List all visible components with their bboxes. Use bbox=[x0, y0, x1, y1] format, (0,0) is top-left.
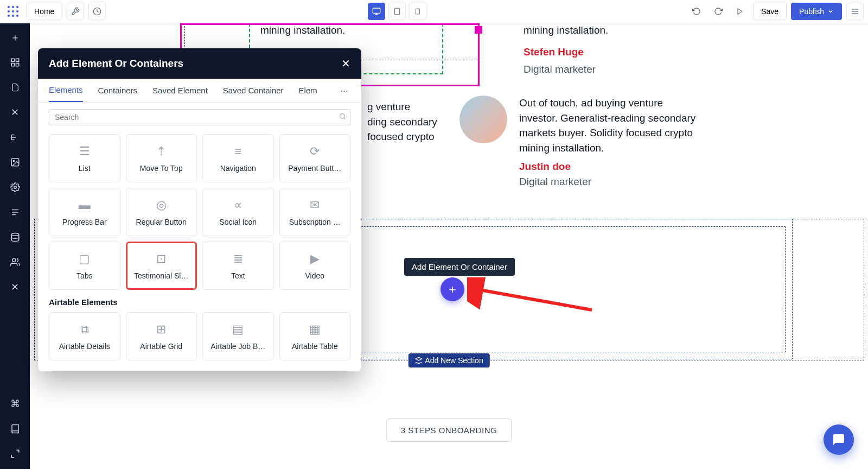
publish-button[interactable]: Publish bbox=[791, 3, 842, 20]
tab-containers[interactable]: Containers bbox=[98, 86, 138, 102]
testimonial-1-fragment: mining installation. bbox=[260, 24, 345, 36]
gear-icon[interactable] bbox=[8, 180, 23, 195]
home-button[interactable]: Home bbox=[26, 3, 62, 20]
element-label: Navigation bbox=[220, 164, 256, 173]
svg-marker-15 bbox=[738, 9, 742, 15]
svg-rect-14 bbox=[416, 9, 419, 14]
tree-icon[interactable] bbox=[8, 130, 23, 145]
element-airtable-grid[interactable]: ⊞Airtable Grid bbox=[126, 312, 197, 360]
image-icon[interactable] bbox=[8, 155, 23, 170]
svg-point-8 bbox=[16, 15, 18, 17]
modal-body: ☰List ⇡Move To Top ≡Navigation ⟳Payment … bbox=[38, 132, 361, 371]
frag-line: g venture bbox=[367, 99, 437, 115]
svg-point-29 bbox=[14, 186, 16, 189]
element-video[interactable]: ▶Video bbox=[279, 242, 351, 290]
chat-bubble[interactable] bbox=[824, 424, 854, 455]
play-icon[interactable] bbox=[731, 3, 749, 20]
layers-icon bbox=[414, 357, 422, 364]
testimonial-2-name: Stefen Huge bbox=[524, 46, 584, 58]
element-airtable-table[interactable]: ▦Airtable Table bbox=[279, 312, 351, 360]
element-label: Social Icon bbox=[220, 218, 257, 226]
testimonial-4: Out of touch, ad buying venture investor… bbox=[459, 96, 698, 188]
top-toolbar: Home Save Publish bbox=[0, 0, 868, 23]
wrench-icon[interactable] bbox=[67, 3, 84, 20]
save-button[interactable]: Save bbox=[753, 3, 787, 20]
frag-line: focused crypto bbox=[367, 129, 437, 144]
database-icon[interactable] bbox=[8, 230, 23, 245]
menu-icon[interactable] bbox=[846, 3, 864, 20]
element-label: Subscription … bbox=[289, 218, 341, 226]
users-icon[interactable] bbox=[8, 255, 23, 270]
history-icon[interactable] bbox=[88, 3, 106, 20]
element-social-icon[interactable]: ∝Social Icon bbox=[202, 188, 274, 236]
section-heading-airtable: Airtable Elements bbox=[49, 297, 350, 307]
frag-line: ding secondary bbox=[367, 115, 437, 130]
svg-rect-21 bbox=[11, 64, 14, 66]
element-label: Airtable Grid bbox=[140, 342, 182, 351]
tablet-device[interactable] bbox=[388, 3, 406, 20]
page-icon[interactable] bbox=[8, 80, 23, 95]
add-element-modal: Add Element Or Containers ✕ Elements Con… bbox=[38, 48, 361, 371]
publish-label: Publish bbox=[799, 7, 824, 16]
element-airtable-job-board[interactable]: ▤Airtable Job B… bbox=[202, 312, 274, 360]
element-payment-button[interactable]: ⟳Payment Butt… bbox=[279, 134, 351, 182]
tab-saved-element[interactable]: Saved Element bbox=[152, 86, 208, 102]
element-list[interactable]: ☰List bbox=[49, 134, 120, 182]
blog-icon[interactable] bbox=[8, 205, 23, 220]
svg-rect-13 bbox=[394, 8, 399, 15]
dashboard-icon[interactable] bbox=[8, 55, 23, 70]
svg-point-31 bbox=[12, 258, 15, 262]
svg-marker-34 bbox=[415, 357, 422, 360]
app-logo[interactable] bbox=[4, 3, 22, 20]
more-tabs-icon[interactable]: ⋯ bbox=[340, 86, 350, 102]
tab-elements[interactable]: Elements bbox=[49, 85, 83, 102]
element-move-to-top[interactable]: ⇡Move To Top bbox=[126, 134, 197, 182]
testimonial-4-body: Out of touch, ad buying venture investor… bbox=[519, 96, 698, 155]
element-airtable-details[interactable]: ⧉Airtable Details bbox=[49, 312, 120, 360]
book-icon[interactable] bbox=[8, 421, 23, 436]
testimonial-3-partial: g venture ding secondary focused crypto bbox=[367, 99, 437, 144]
desktop-device[interactable] bbox=[368, 3, 385, 20]
element-label: Airtable Job B… bbox=[210, 342, 265, 351]
svg-point-0 bbox=[8, 6, 10, 8]
tools-icon[interactable]: ✕ bbox=[8, 280, 23, 295]
modal-header: Add Element Or Containers ✕ bbox=[38, 48, 361, 79]
tab-overflow[interactable]: Elem bbox=[299, 86, 317, 102]
search-input[interactable] bbox=[49, 109, 350, 125]
undo-icon[interactable] bbox=[688, 3, 705, 20]
element-label: Payment Butt… bbox=[288, 164, 341, 173]
modal-tabs: Elements Containers Saved Element Saved … bbox=[38, 79, 361, 103]
element-regular-button[interactable]: ◎Regular Button bbox=[126, 188, 197, 236]
svg-rect-20 bbox=[16, 59, 18, 61]
element-tabs[interactable]: ▢Tabs bbox=[49, 242, 120, 290]
mobile-device[interactable] bbox=[409, 3, 426, 20]
svg-point-28 bbox=[13, 160, 14, 161]
element-label: Video bbox=[305, 271, 324, 280]
onboarding-label: 3 STEPS ONBOARDING bbox=[386, 419, 512, 442]
selection-handle[interactable] bbox=[475, 26, 482, 34]
redo-icon[interactable] bbox=[710, 3, 727, 20]
testimonial-2-role: Digital marketer bbox=[524, 64, 596, 75]
add-element-button[interactable]: ＋ bbox=[441, 277, 464, 301]
element-testimonial-slider[interactable]: ⊡Testimonial Sl… bbox=[126, 242, 197, 290]
avatar bbox=[459, 96, 507, 143]
add-new-section-button[interactable]: Add New Section bbox=[408, 353, 489, 367]
svg-point-1 bbox=[12, 6, 14, 8]
chat-icon bbox=[832, 433, 845, 446]
keyboard-icon[interactable]: ⌘ bbox=[8, 396, 23, 411]
element-subscription[interactable]: ✉Subscription … bbox=[279, 188, 351, 236]
add-icon[interactable]: ＋ bbox=[8, 30, 23, 45]
close-icon[interactable]: ✕ bbox=[341, 57, 350, 70]
element-progress-bar[interactable]: ▬Progress Bar bbox=[49, 188, 120, 236]
tab-saved-container[interactable]: Saved Container bbox=[223, 86, 284, 102]
svg-rect-19 bbox=[11, 59, 14, 61]
element-navigation[interactable]: ≡Navigation bbox=[202, 134, 274, 182]
element-label: Move To Top bbox=[140, 164, 183, 173]
minimize-icon[interactable] bbox=[8, 446, 23, 461]
device-preview-group bbox=[368, 3, 426, 20]
crossed-tools-icon[interactable]: ✕ bbox=[8, 105, 23, 120]
add-section-label: Add New Section bbox=[425, 356, 483, 365]
element-label: Regular Button bbox=[136, 218, 187, 226]
element-label: List bbox=[79, 164, 91, 173]
element-text[interactable]: ≣Text bbox=[202, 242, 274, 290]
